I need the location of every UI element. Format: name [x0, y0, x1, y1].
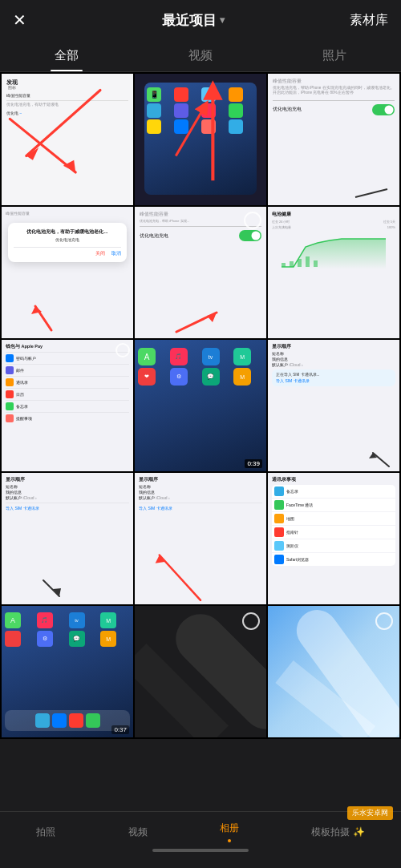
grid-item-10[interactable]: 显示顺序 短名称 我的信息 默认账户 iCloud › 导入 SIM 卡通讯录: [2, 473, 133, 604]
title-text: 最近项目: [162, 11, 217, 30]
bottom-nav-items: 拍照 视频 相册 模板拍摄 ✨: [0, 822, 401, 842]
home-indicator: [152, 849, 249, 852]
grid-item-2[interactable]: 📱: [135, 74, 266, 205]
nav-item-video[interactable]: 视频: [128, 826, 148, 839]
svg-line-22: [43, 580, 59, 596]
tab-video[interactable]: 视频: [134, 40, 268, 71]
svg-line-24: [160, 555, 200, 600]
svg-line-27: [135, 656, 217, 738]
svg-line-13: [176, 313, 217, 332]
svg-marker-14: [207, 313, 217, 322]
grid-item-15[interactable]: [268, 606, 399, 737]
svg-rect-18: [306, 256, 310, 267]
tab-bar: 全部 视频 照片: [0, 40, 401, 72]
media-grid: 发现 图标 峰值性能容量 优化电池充电，有助于延缓电 优化电 –: [0, 72, 401, 739]
close-button[interactable]: ✕: [13, 10, 37, 30]
bottom-navigation: 拍照 视频 相册 模板拍摄 ✨: [0, 811, 401, 868]
nav-album-label: 相册: [220, 822, 239, 835]
svg-rect-19: [314, 260, 318, 267]
svg-point-7: [385, 105, 394, 114]
svg-marker-21: [369, 453, 377, 458]
svg-line-29: [285, 672, 367, 737]
svg-point-12: [252, 232, 261, 240]
grid-item-14[interactable]: [135, 606, 266, 737]
grid-item-13[interactable]: A 🎵 tv M ⚙ 💬 M 0:37: [2, 606, 133, 737]
grid-item-5[interactable]: 峰值性能容量 优化电池充电，帮助 iPhone 实现... 优化电池充电: [135, 207, 266, 338]
nav-item-album[interactable]: 相册: [220, 822, 239, 842]
nav-item-photo[interactable]: 拍照: [36, 826, 55, 839]
header-title: 最近项目 ▾: [162, 11, 225, 30]
grid-item-1[interactable]: 发现 图标 峰值性能容量 优化电池充电，有助于延缓电 优化电 –: [2, 74, 133, 205]
nav-photo-label: 拍照: [36, 826, 55, 839]
title-dropdown-arrow[interactable]: ▾: [220, 14, 225, 26]
grid-item-11[interactable]: 显示顺序 短名称 我的信息 默认账户 iCloud › 导入 SIM 卡通讯录: [135, 473, 266, 604]
svg-line-2: [10, 119, 75, 172]
tab-photo[interactable]: 照片: [267, 40, 401, 71]
nav-item-template[interactable]: 模板拍摄 ✨: [311, 826, 364, 839]
svg-line-9: [35, 306, 51, 330]
svg-marker-10: [31, 306, 42, 314]
media-grid-wrapper: 发现 图标 峰值性能容量 优化电池充电，有助于延缓电 优化电 –: [0, 72, 401, 812]
grid-item-8[interactable]: A 🎵 tv M ❤ ⚙ 💬 M 0:39 0:39: [135, 340, 266, 471]
svg-line-8: [355, 189, 387, 197]
grid-item-3[interactable]: 峰值性能容量 优化电池充电，帮助 iPhone 在实现充电完成的同时，减缓电池老…: [268, 74, 399, 205]
svg-marker-1: [26, 147, 38, 159]
svg-rect-17: [298, 259, 302, 267]
header: ✕ 最近项目 ▾ 素材库: [0, 0, 401, 40]
nav-template-label: 模板拍摄 ✨: [311, 826, 364, 839]
grid-item-7[interactable]: 钱包与 Apple Pay 密码与帐户 邮件 通讯录 日历: [2, 340, 133, 471]
svg-marker-23: [53, 588, 61, 596]
grid-item-6[interactable]: 电池健康 过去 24小时过去 5天 上次充满电量100%: [268, 207, 399, 338]
svg-line-28: [318, 631, 383, 721]
grid-item-4[interactable]: 峰值性能容量 优化电池充电，有助于减缓电池老化... 优化电池充电 关闭 取消: [2, 207, 133, 338]
svg-marker-3: [63, 160, 75, 172]
svg-line-26: [200, 639, 266, 704]
svg-line-20: [373, 453, 389, 466]
active-indicator: [228, 839, 231, 842]
tab-all[interactable]: 全部: [0, 40, 134, 71]
nav-video-label: 视频: [128, 826, 148, 839]
watermark: 乐水安卓网: [347, 806, 393, 820]
library-button[interactable]: 素材库: [350, 12, 388, 29]
svg-rect-15: [282, 263, 286, 267]
svg-rect-16: [290, 261, 294, 267]
grid-item-12[interactable]: 通讯录事项 备忘录 FaceTime 通话 地图 指南针: [268, 473, 399, 604]
svg-marker-25: [156, 555, 166, 563]
grid-item-9[interactable]: 显示顺序 短名称 我的信息 默认账户 iCloud › 正在导入 SIM 卡通讯…: [268, 340, 399, 471]
